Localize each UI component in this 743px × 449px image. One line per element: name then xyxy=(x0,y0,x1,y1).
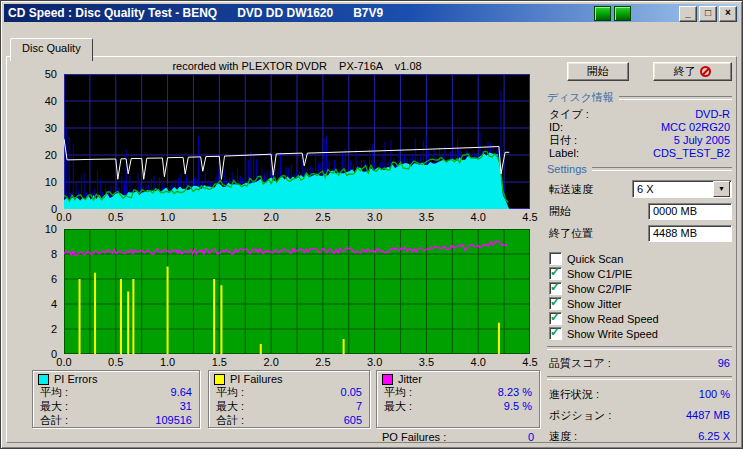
jitter-chart-x-axis: 0.00.51.01.52.02.53.03.54.04.5 xyxy=(64,356,544,368)
x-tick-label: 3.0 xyxy=(362,356,388,368)
x-tick-label: 1.0 xyxy=(155,356,181,368)
check-icon: ✓ xyxy=(550,280,560,294)
y-tick-label: 10 xyxy=(45,176,57,188)
disc-icon[interactable] xyxy=(614,6,631,21)
show-c2-pif-checkbox[interactable]: ✓ xyxy=(549,282,562,295)
graph-icon[interactable] xyxy=(594,6,611,21)
window-title: CD Speed : Disc Quality Test - BENQ DVD … xyxy=(8,6,383,20)
po-failures-value: 0 xyxy=(528,431,534,443)
x-tick-label: 2.0 xyxy=(258,211,284,223)
position-row: ポジション :4487 MB xyxy=(547,408,732,422)
disc-info-header: ディスク情報 xyxy=(547,90,732,105)
y-tick-label: 40 xyxy=(45,95,57,107)
speed-status-row: 速度 :6.25 X xyxy=(547,429,732,443)
legend-row: 平均 :0.05 xyxy=(209,385,369,399)
maximize-button[interactable]: □ xyxy=(699,6,717,22)
legend-row: 最大 :7 xyxy=(209,399,369,413)
divider xyxy=(547,346,732,350)
panel-content: recorded with PLEXTOR DVDR PX-716A v1.08… xyxy=(8,58,735,441)
quick-scan-row: ✓ Quick Scan xyxy=(549,251,732,266)
main-panel: recorded with PLEXTOR DVDR PX-716A v1.08… xyxy=(6,56,737,443)
settings-header: Settings xyxy=(547,163,732,175)
show-jitter-checkbox[interactable]: ✓ xyxy=(549,297,562,310)
y-tick-label: 30 xyxy=(45,122,57,134)
show-write-speed-checkbox[interactable]: ✓ xyxy=(549,327,562,340)
y-tick-label: 10 xyxy=(45,223,57,235)
progress-row: 進行状況 :100 % xyxy=(547,387,732,401)
legend-row: 合計 :109516 xyxy=(33,413,199,427)
start-position-row: 開始 0000 MB xyxy=(547,200,732,222)
recorded-with-label: recorded with PLEXTOR DVDR PX-716A v1.08 xyxy=(64,60,530,72)
end-position-row: 終了位置 4488 MB xyxy=(547,222,732,244)
start-position-input[interactable]: 0000 MB xyxy=(648,203,732,220)
legend-row: 最大 :31 xyxy=(33,399,199,413)
tab-disc-quality[interactable]: Disc Quality xyxy=(10,38,93,61)
x-tick-label: 3.5 xyxy=(413,211,439,223)
show-read-speed-checkbox[interactable]: ✓ xyxy=(549,312,562,325)
window-controls: _ □ × xyxy=(679,6,737,22)
jitter-legend-title: Jitter xyxy=(377,371,539,385)
app-window: CD Speed : Disc Quality Test - BENQ DVD … xyxy=(0,0,743,449)
close-button[interactable]: × xyxy=(719,6,737,22)
speed-select[interactable]: 6 X ▼ xyxy=(632,180,732,198)
jitter-chart-y-axis: 1086420 xyxy=(34,229,60,354)
show-c1-pie-row: ✓ Show C1/PIE xyxy=(549,266,732,281)
show-c1-pie-checkbox[interactable]: ✓ xyxy=(549,267,562,280)
po-failures-label: PO Failures : xyxy=(382,431,446,443)
x-tick-label: 4.0 xyxy=(465,356,491,368)
jitter-legend-box: Jitter 平均 :8.23 % 最大 :9.5 % xyxy=(376,370,540,428)
x-tick-label: 0.5 xyxy=(103,356,129,368)
x-tick-label: 4.0 xyxy=(465,211,491,223)
check-icon: ✓ xyxy=(550,265,560,279)
x-tick-label: 1.0 xyxy=(155,211,181,223)
sidebar: 開始 終了 ディスク情報 タイプ :DVD-R ID:MCC 02RG20 日付… xyxy=(541,58,737,441)
start-button[interactable]: 開始 xyxy=(567,62,629,81)
divider xyxy=(547,376,732,380)
check-icon: ✓ xyxy=(550,295,560,309)
minimize-button[interactable]: _ xyxy=(679,6,697,22)
y-tick-label: 8 xyxy=(51,248,57,260)
y-tick-label: 6 xyxy=(51,273,57,285)
titlebar: CD Speed : Disc Quality Test - BENQ DVD … xyxy=(4,4,739,22)
speed-select-value: 6 X xyxy=(633,183,713,195)
legend-row: 最大 :9.5 % xyxy=(377,399,539,413)
legend-row: 平均 :9.64 xyxy=(33,385,199,399)
pi-failures-legend-box: PI Failures 平均 :0.05 最大 :7 合計 :605 xyxy=(208,370,370,428)
divider xyxy=(619,96,732,100)
legend-title-text: Jitter xyxy=(398,373,422,385)
x-tick-label: 2.5 xyxy=(310,211,336,223)
action-buttons: 開始 終了 xyxy=(567,62,732,81)
pi-errors-chart xyxy=(64,74,530,209)
pi-errors-legend-box: PI Errors 平均 :9.64 最大 :31 合計 :109516 xyxy=(32,370,200,428)
legend-title-text: PI Failures xyxy=(230,373,283,385)
pi-errors-swatch-icon xyxy=(38,374,49,385)
legend-title-text: PI Errors xyxy=(54,373,97,385)
disc-id-row: ID:MCC 02RG20 xyxy=(547,121,732,134)
exit-button-label: 終了 xyxy=(674,64,696,79)
quick-scan-checkbox[interactable]: ✓ xyxy=(549,252,562,265)
disc-label-row: Label:CDS_TEST_B2 xyxy=(547,147,732,160)
checkbox-group: ✓ Quick Scan ✓ Show C1/PIE ✓ Show C2/PIF… xyxy=(549,251,732,341)
titlebar-extra-icons xyxy=(594,6,631,21)
x-tick-label: 4.5 xyxy=(517,211,543,223)
divider xyxy=(592,167,732,171)
jitter-chart xyxy=(64,229,530,354)
x-tick-label: 2.0 xyxy=(258,356,284,368)
jitter-swatch-icon xyxy=(382,374,393,385)
x-tick-label: 0.0 xyxy=(51,211,77,223)
x-tick-label: 0.5 xyxy=(103,211,129,223)
top-chart-x-axis: 0.00.51.01.52.02.53.03.54.04.5 xyxy=(64,211,544,223)
x-tick-label: 0.0 xyxy=(51,356,77,368)
end-position-input[interactable]: 4488 MB xyxy=(648,225,732,242)
show-c2-pif-row: ✓ Show C2/PIF xyxy=(549,281,732,296)
check-icon: ✓ xyxy=(550,325,560,339)
x-tick-label: 4.5 xyxy=(517,356,543,368)
exit-icon xyxy=(700,66,711,77)
pi-failures-legend-title: PI Failures xyxy=(209,371,369,385)
speed-row: 転送速度 6 X ▼ xyxy=(547,178,732,200)
x-tick-label: 1.5 xyxy=(206,211,232,223)
y-tick-label: 50 xyxy=(45,68,57,80)
exit-button[interactable]: 終了 xyxy=(653,62,732,81)
legend-row: 合計 :605 xyxy=(209,413,369,427)
dropdown-arrow-icon[interactable]: ▼ xyxy=(713,181,730,197)
